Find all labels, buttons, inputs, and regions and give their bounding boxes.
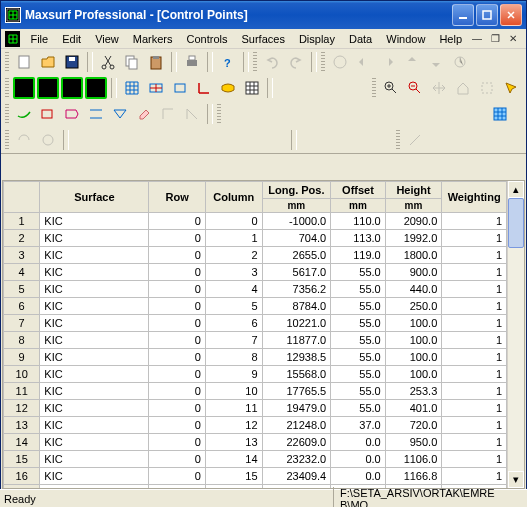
cell-surface[interactable]: KIC [40,468,149,485]
col-height[interactable]: Height [385,182,442,199]
cell-col[interactable]: 3 [205,264,262,281]
cell-col[interactable]: 5 [205,298,262,315]
paste-icon[interactable] [145,51,167,73]
cell-offset[interactable]: 0.0 [331,434,386,451]
col-column[interactable]: Column [205,182,262,213]
cell-col[interactable]: 4 [205,281,262,298]
cell-longpos[interactable]: 23570.0 [262,485,331,489]
cell-row[interactable]: 0 [149,349,206,366]
home-icon[interactable] [452,77,474,99]
cell-longpos[interactable]: 21248.0 [262,417,331,434]
t4-icon[interactable] [297,103,319,125]
menu-data[interactable]: Data [343,31,378,47]
table-row[interactable]: 6KIC058784.055.0250.01 [4,298,507,315]
mdi-close-button[interactable]: ✕ [506,32,520,46]
close-button[interactable] [500,4,522,26]
cell-height[interactable]: 250.0 [385,298,442,315]
cell-offset[interactable]: 55.0 [331,315,386,332]
scroll-thumb[interactable] [508,198,524,248]
cell-surface[interactable]: KIC [40,264,149,281]
cell-surface[interactable]: KIC [40,298,149,315]
cell-rownum[interactable]: 7 [4,315,40,332]
cell-height[interactable]: 2090.0 [385,213,442,230]
c9-icon[interactable] [217,129,239,151]
cell-weighting[interactable]: 1 [442,451,507,468]
cell-longpos[interactable]: 23409.4 [262,468,331,485]
cell-longpos[interactable]: -1000.0 [262,213,331,230]
cell-longpos[interactable]: 15568.0 [262,366,331,383]
view-body-icon[interactable] [85,77,107,99]
cell-longpos[interactable]: 12938.5 [262,349,331,366]
cell-height[interactable]: 100.0 [385,315,442,332]
rotate-right-icon[interactable] [377,51,399,73]
cell-surface[interactable]: KIC [40,366,149,383]
rotate-left-icon[interactable] [353,51,375,73]
select-icon[interactable] [500,77,522,99]
cell-weighting[interactable]: 1 [442,315,507,332]
t10-icon[interactable] [441,103,463,125]
cell-weighting[interactable]: 1 [442,400,507,417]
m2-icon[interactable] [428,129,450,151]
t5-icon[interactable] [321,103,343,125]
cell-rownum[interactable]: 1 [4,213,40,230]
cell-longpos[interactable]: 17765.5 [262,383,331,400]
menu-help[interactable]: Help [433,31,468,47]
c5-icon[interactable] [121,129,143,151]
cell-weighting[interactable]: 1 [442,417,507,434]
cell-rownum[interactable]: 12 [4,400,40,417]
cell-offset[interactable]: 0.0 [331,468,386,485]
axes-icon[interactable] [193,77,215,99]
cell-weighting[interactable]: 1 [442,230,507,247]
table-icon[interactable] [241,77,263,99]
undo-icon[interactable] [261,51,283,73]
table-row[interactable]: 16KIC01523409.40.01166.81 [4,468,507,485]
toolbar-grip[interactable] [372,78,376,98]
m3-icon[interactable] [452,129,474,151]
cell-rownum[interactable]: 9 [4,349,40,366]
table-row[interactable]: 7KIC0610221.055.0100.01 [4,315,507,332]
cell-rownum[interactable]: 10 [4,366,40,383]
cell-surface[interactable]: KIC [40,383,149,400]
view-profile-icon[interactable] [61,77,83,99]
cell-offset[interactable]: 55.0 [331,383,386,400]
cell-row[interactable]: 0 [149,434,206,451]
cell-row[interactable]: 0 [149,400,206,417]
table-row[interactable]: 12KIC01119479.055.0401.01 [4,400,507,417]
zoom-out-icon[interactable] [404,77,426,99]
t3-icon[interactable] [273,103,295,125]
grid-icon[interactable] [121,77,143,99]
cell-offset[interactable]: 55.0 [331,264,386,281]
cell-weighting[interactable]: 1 [442,383,507,400]
cell-surface[interactable]: KIC [40,247,149,264]
c11-icon[interactable] [265,129,287,151]
cut-icon[interactable] [97,51,119,73]
pan-icon[interactable] [428,77,450,99]
m4-icon[interactable] [476,129,498,151]
menu-view[interactable]: View [89,31,125,47]
cell-col[interactable]: 15 [205,468,262,485]
cell-height[interactable]: 401.0 [385,400,442,417]
table-row[interactable]: 14KIC01322609.00.0950.01 [4,434,507,451]
cell-weighting[interactable]: 1 [442,366,507,383]
cell-col[interactable]: 6 [205,315,262,332]
cell-row[interactable]: 0 [149,417,206,434]
cell-weighting[interactable]: 1 [442,434,507,451]
toolbar-grip[interactable] [5,130,9,150]
toolbar-grip[interactable] [396,130,400,150]
data-table-scroll[interactable]: Surface Row Column Long. Pos. Offset Hei… [3,181,507,488]
cell-longpos[interactable]: 2655.0 [262,247,331,264]
cell-height[interactable]: 1992.0 [385,230,442,247]
toolbar-grip[interactable] [5,52,9,72]
cell-height[interactable]: 100.0 [385,366,442,383]
table-row[interactable]: 11KIC01017765.555.0253.31 [4,383,507,400]
scroll-down-icon[interactable]: ▾ [508,471,524,488]
scroll-track[interactable] [508,198,524,471]
cell-col[interactable]: 12 [205,417,262,434]
table-row[interactable]: 3KIC022655.0119.01800.01 [4,247,507,264]
zoom-in-icon[interactable] [380,77,402,99]
rotate-down-icon[interactable] [425,51,447,73]
table-row[interactable]: 8KIC0711877.055.0100.01 [4,332,507,349]
m1-icon[interactable] [404,129,426,151]
save-icon[interactable] [61,51,83,73]
redo-icon[interactable] [285,51,307,73]
